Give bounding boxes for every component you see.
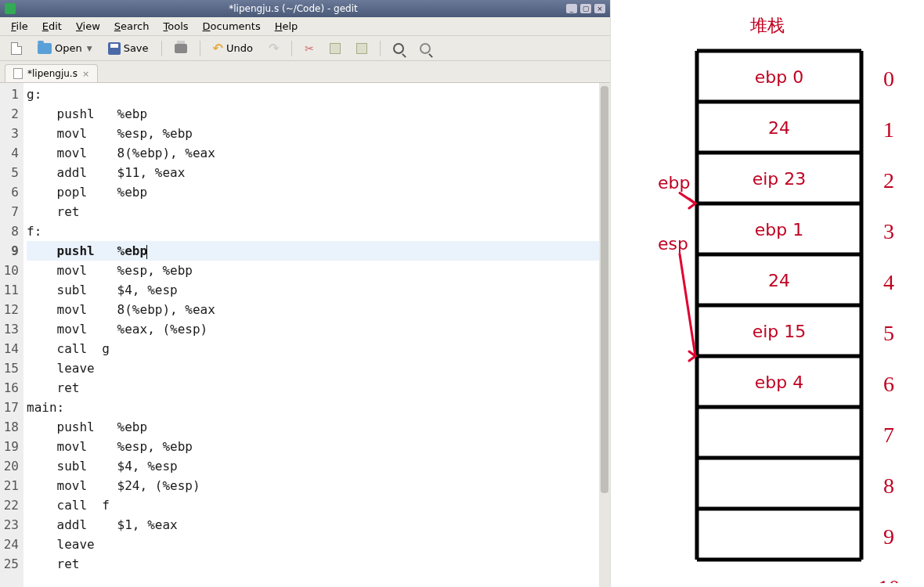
open-button[interactable]: Open ▼ xyxy=(33,41,97,56)
line-number: 20 xyxy=(2,456,19,476)
menu-tools[interactable]: Tools xyxy=(157,19,195,34)
chevron-down-icon: ▼ xyxy=(87,45,92,52)
line-number: 22 xyxy=(2,495,19,515)
svg-line-14 xyxy=(680,254,695,357)
tab-label: *lipengju.s xyxy=(27,68,78,79)
save-label: Save xyxy=(124,42,149,54)
new-file-icon xyxy=(11,42,22,55)
save-button[interactable]: Save xyxy=(103,41,153,56)
paste-icon xyxy=(356,43,367,54)
code-line[interactable]: pushl %ebp xyxy=(27,417,610,437)
redo-icon: ↷ xyxy=(269,41,279,56)
code-line[interactable]: movl %esp, %ebp xyxy=(27,124,610,143)
save-icon xyxy=(108,42,121,55)
code-line[interactable]: movl 8(%ebp), %eax xyxy=(27,143,610,163)
stack-index: 3 xyxy=(883,219,894,243)
open-label: Open xyxy=(55,42,82,54)
stack-index: 10 xyxy=(878,575,900,584)
tab-close-button[interactable]: × xyxy=(82,69,89,79)
paste-button[interactable] xyxy=(352,41,372,56)
code-line[interactable]: movl $24, (%esp) xyxy=(27,476,610,495)
minimize-button[interactable]: _ xyxy=(566,4,577,13)
undo-button[interactable]: ↶ Undo xyxy=(208,39,258,57)
cut-icon: ✂ xyxy=(305,42,314,55)
menu-view[interactable]: View xyxy=(70,19,106,34)
code-line[interactable]: call f xyxy=(27,495,610,515)
find-replace-button[interactable] xyxy=(415,41,435,56)
scrollbar-thumb[interactable] xyxy=(601,86,608,493)
maximize-button[interactable]: ▢ xyxy=(580,4,591,13)
line-gutter: 1234567891011121314151617181920212223242… xyxy=(0,83,23,587)
code-line[interactable]: movl %esp, %ebp xyxy=(27,261,610,280)
line-number: 25 xyxy=(2,554,19,574)
code-line[interactable]: f: xyxy=(27,221,610,241)
line-number: 6 xyxy=(2,182,19,202)
line-number: 10 xyxy=(2,261,19,280)
copy-icon xyxy=(330,43,341,54)
search-replace-icon xyxy=(420,43,431,54)
editor[interactable]: 1234567891011121314151617181920212223242… xyxy=(0,83,610,587)
code-line[interactable]: movl 8(%ebp), %eax xyxy=(27,300,610,319)
new-button[interactable] xyxy=(6,41,27,56)
code-line[interactable]: ret xyxy=(27,202,610,221)
print-button[interactable] xyxy=(170,42,192,55)
menu-help[interactable]: Help xyxy=(269,19,305,34)
redo-button[interactable]: ↷ xyxy=(264,39,283,57)
code-line[interactable]: ret xyxy=(27,554,610,574)
menu-file[interactable]: File xyxy=(5,19,34,34)
line-number: 17 xyxy=(2,398,19,417)
code-line[interactable]: main: xyxy=(27,398,610,417)
line-number: 3 xyxy=(2,124,19,143)
copy-button[interactable] xyxy=(325,41,345,56)
app-icon xyxy=(5,3,16,14)
stack-index: 0 xyxy=(883,67,894,91)
toolbar: Open ▼ Save ↶ Undo ↷ ✂ xyxy=(0,36,610,61)
close-button[interactable]: × xyxy=(594,4,605,13)
cut-button[interactable]: ✂ xyxy=(300,41,319,56)
toolbar-separator xyxy=(200,41,200,56)
line-number: 24 xyxy=(2,535,19,554)
line-number: 11 xyxy=(2,280,19,300)
scrollbar[interactable] xyxy=(599,83,610,587)
code-line[interactable]: popl %ebp xyxy=(27,182,610,202)
stack-diagram: 堆栈 ebp 024eip 23ebp 124eip 15ebp 4012345… xyxy=(611,0,924,587)
line-number: 4 xyxy=(2,143,19,163)
document-icon xyxy=(13,68,23,79)
code-line[interactable]: movl %esp, %ebp xyxy=(27,437,610,456)
line-number: 19 xyxy=(2,437,19,456)
code-line[interactable]: pushl %ebp xyxy=(27,104,610,124)
find-button[interactable] xyxy=(388,41,409,56)
window-controls: _ ▢ × xyxy=(566,4,605,13)
stack-index: 7 xyxy=(883,423,894,447)
stack-cell-text: eip 15 xyxy=(753,322,807,341)
toolbar-separator xyxy=(380,41,381,56)
menu-search[interactable]: Search xyxy=(108,19,156,34)
gedit-window: *lipengju.s (~/Code) - gedit _ ▢ × File … xyxy=(0,0,611,587)
undo-icon: ↶ xyxy=(213,41,223,56)
code-line[interactable]: addl $11, %eax xyxy=(27,163,610,182)
code-area[interactable]: g: pushl %ebp movl %esp, %ebp movl 8(%eb… xyxy=(23,83,610,587)
line-number: 13 xyxy=(2,319,19,339)
code-line[interactable]: pushl %ebp xyxy=(27,241,610,261)
menu-edit[interactable]: Edit xyxy=(36,19,68,34)
stack-cell-text: eip 23 xyxy=(753,169,807,189)
diagram-title: 堆栈 xyxy=(611,14,924,38)
menu-documents[interactable]: Documents xyxy=(197,19,267,34)
tab-lipengju[interactable]: *lipengju.s × xyxy=(5,64,98,82)
code-line[interactable]: subl $4, %esp xyxy=(27,280,610,300)
stack-cell-text: ebp 1 xyxy=(755,220,803,239)
code-line[interactable]: subl $4, %esp xyxy=(27,456,610,476)
code-line[interactable]: ret xyxy=(27,378,610,398)
code-line[interactable]: g: xyxy=(27,85,610,104)
code-line[interactable]: addl $1, %eax xyxy=(27,515,610,535)
line-number: 2 xyxy=(2,104,19,124)
line-number: 12 xyxy=(2,300,19,319)
stack-cell-text: 24 xyxy=(768,271,790,290)
stack-index: 4 xyxy=(883,270,894,294)
code-line[interactable]: leave xyxy=(27,358,610,378)
code-line[interactable]: movl %eax, (%esp) xyxy=(27,319,610,339)
code-line[interactable]: call g xyxy=(27,339,610,358)
code-line[interactable]: leave xyxy=(27,535,610,554)
stack-index: 8 xyxy=(883,474,894,498)
titlebar: *lipengju.s (~/Code) - gedit _ ▢ × xyxy=(0,0,610,17)
